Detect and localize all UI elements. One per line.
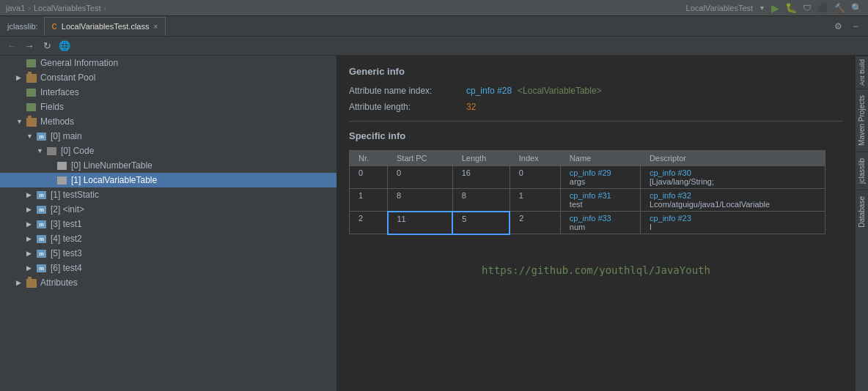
tree-item-constant-pool[interactable]: ▶ Constant Pool — [0, 70, 336, 85]
cell-desc-1: cp_info #32 Lcom/atguigu/java1/LocalVari… — [640, 189, 825, 212]
file-tab[interactable]: C LocalVariablesTest.class × — [44, 17, 166, 36]
side-panel-ant[interactable]: Ant Build — [857, 56, 867, 89]
test1-icon: m — [37, 219, 48, 229]
general-info-icon — [26, 58, 38, 68]
breadcrumb-test[interactable]: LocalVariablesTest — [34, 4, 101, 12]
run-config-arrow[interactable]: ▼ — [759, 4, 765, 12]
forward-btn[interactable]: → — [22, 39, 37, 53]
github-link[interactable]: https://github.com/youthlql/JavaYouth — [349, 264, 843, 276]
cell-index-2: 2 — [510, 212, 560, 234]
name-link-0[interactable]: cp_info #29 — [570, 168, 631, 177]
tab-bar: jclasslib: C LocalVariablesTest.class × … — [0, 16, 868, 37]
tree-label-test1: [3] test1 — [51, 219, 82, 229]
breadcrumb-sep2: › — [103, 4, 106, 12]
col-index: Index — [510, 151, 560, 166]
tree-item-attributes[interactable]: ▶ Attributes — [0, 275, 336, 290]
interfaces-icon — [26, 87, 38, 97]
run-btn[interactable]: ▶ — [771, 2, 779, 14]
col-nr: Nr. — [350, 151, 388, 166]
right-side-panels: Ant Build Maven Projects jclasslib Datab… — [855, 56, 868, 391]
minimize-icon[interactable]: − — [849, 20, 862, 33]
main-area: General Information ▶ Constant Pool Inte… — [0, 56, 868, 391]
tree-arrow-fields — [16, 103, 26, 111]
back-btn[interactable]: ← — [4, 39, 19, 53]
tree-item-methods[interactable]: ▼ Methods — [0, 114, 336, 129]
name-link-1[interactable]: cp_info #31 — [570, 191, 631, 200]
tree-item-localvariable[interactable]: [1] LocalVariableTable — [0, 173, 336, 187]
attr-length-label: Attribute length: — [349, 102, 466, 112]
tree-label-fields: Fields — [40, 102, 64, 112]
build-btn[interactable]: 🔨 — [834, 3, 845, 13]
tree-item-teststatic[interactable]: ▶ m [1] testStatic — [0, 187, 336, 202]
col-start-pc: Start PC — [388, 151, 453, 166]
tree-label-main: [0] main — [51, 131, 82, 141]
col-name: Name — [560, 151, 640, 166]
cell-startpc-1: 8 — [388, 189, 453, 212]
attr-name-text: <LocalVariableTable> — [518, 86, 602, 96]
table-row: 0 0 16 0 cp_info #29 args cp_info #30 [L… — [350, 166, 825, 189]
tree-label-test4: [6] test4 — [51, 263, 82, 273]
tree-item-test4[interactable]: ▶ m [6] test4 — [0, 261, 336, 275]
attr-name-row: Attribute name index: cp_info #28 <Local… — [349, 86, 843, 96]
debug-btn[interactable]: 🐛 — [785, 2, 797, 13]
tree-arrow-lnt — [47, 162, 57, 169]
tree-arrow-init: ▶ — [26, 206, 37, 213]
tree-arrow-teststatic: ▶ — [26, 191, 37, 198]
search-btn[interactable]: 🔍 — [851, 3, 862, 13]
tree-label-linenumber: [0] LineNumberTable — [71, 160, 152, 171]
stop-btn[interactable]: ⬛ — [817, 3, 828, 13]
col-descriptor: Descriptor — [640, 151, 825, 166]
linenumber-icon — [57, 160, 69, 171]
refresh-btn[interactable]: ↻ — [40, 39, 54, 53]
cell-startpc-0: 0 — [388, 166, 453, 189]
main-icon: m — [37, 131, 48, 141]
cell-desc-2: cp_info #23 I — [640, 212, 825, 234]
tree-arrow-code: ▼ — [37, 147, 47, 154]
coverage-btn[interactable]: 🛡 — [803, 3, 812, 13]
breadcrumb-java1[interactable]: java1 — [6, 4, 25, 12]
side-panel-maven[interactable]: Maven Projects — [856, 89, 867, 152]
cell-length-2: 5 — [452, 212, 510, 234]
tree-item-linenumber[interactable]: [0] LineNumberTable — [0, 158, 336, 173]
tree-label-test3: [5] test3 — [51, 248, 82, 258]
tree-item-test1[interactable]: ▶ m [3] test1 — [0, 217, 336, 231]
attr-name-link[interactable]: cp_info #28 — [466, 86, 512, 96]
side-panel-jclasslib[interactable]: jclasslib — [856, 152, 867, 190]
tree-arrow-attributes: ▶ — [16, 279, 26, 286]
home-btn[interactable]: 🌐 — [57, 39, 72, 53]
desc-link-0[interactable]: cp_info #30 — [650, 168, 816, 177]
right-panel: Generic info Attribute name index: cp_in… — [337, 56, 855, 391]
name-label-1: test — [570, 200, 631, 209]
tree-item-fields[interactable]: Fields — [0, 100, 336, 114]
side-panel-database[interactable]: Database — [856, 190, 867, 234]
attr-length-value: 32 — [466, 102, 476, 112]
top-bar: java1 › LocalVariablesTest › LocalVariab… — [0, 0, 868, 16]
tree-label-constant-pool: Constant Pool — [40, 72, 95, 83]
desc-label-2: I — [650, 223, 816, 231]
desc-link-2[interactable]: cp_info #23 — [650, 214, 816, 223]
col-length: Length — [452, 151, 510, 166]
table-row: 2 11 5 2 cp_info #33 num cp_info #23 I — [350, 212, 825, 234]
desc-link-1[interactable]: cp_info #32 — [650, 191, 816, 200]
code-icon — [47, 146, 59, 156]
name-link-2[interactable]: cp_info #33 — [570, 214, 631, 223]
test4-icon: m — [37, 263, 48, 273]
cell-name-0: cp_info #29 args — [560, 166, 640, 189]
tree-arrow-methods: ▼ — [16, 118, 26, 125]
tab-close-btn[interactable]: × — [153, 23, 158, 31]
desc-label-1: Lcom/atguigu/java1/LocalVariable — [650, 200, 816, 209]
generic-info-title: Generic info — [349, 66, 843, 77]
tree-item-main[interactable]: ▼ m [0] main — [0, 129, 336, 144]
tree-item-test3[interactable]: ▶ m [5] test3 — [0, 246, 336, 261]
fields-icon — [26, 102, 38, 112]
tree-label-init: [2] <init> — [51, 204, 84, 215]
tree-item-code[interactable]: ▼ [0] Code — [0, 144, 336, 158]
test2-icon: m — [37, 234, 48, 244]
tree-item-init[interactable]: ▶ m [2] <init> — [0, 202, 336, 217]
cell-startpc-2: 11 — [388, 212, 453, 234]
tree-item-interfaces[interactable]: Interfaces — [0, 85, 336, 100]
tree-item-general-info[interactable]: General Information — [0, 56, 336, 70]
settings-icon[interactable]: ⚙ — [831, 20, 845, 33]
tree-item-test2[interactable]: ▶ m [4] test2 — [0, 231, 336, 246]
init-icon: m — [37, 204, 48, 215]
